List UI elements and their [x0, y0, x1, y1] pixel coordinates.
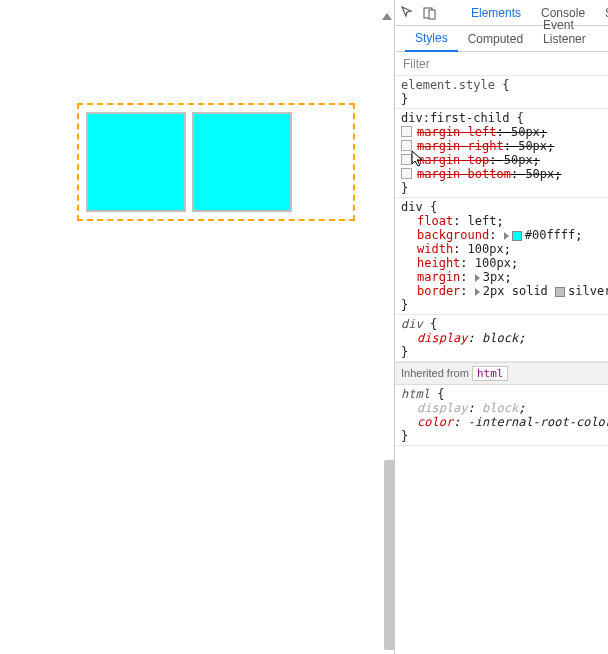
- svg-rect-1: [429, 10, 435, 19]
- decl-display-html[interactable]: display: block;: [401, 401, 604, 415]
- cyan-box-2[interactable]: [192, 112, 292, 212]
- decl-color-html[interactable]: color: -internal-root-color;: [401, 415, 604, 429]
- filter-placeholder: Filter: [403, 57, 430, 71]
- subtab-computed[interactable]: Computed: [458, 28, 533, 51]
- rule-element-style[interactable]: element.style { }: [395, 76, 608, 109]
- decl-background[interactable]: background: #00ffff;: [401, 228, 604, 242]
- rule-div-first-child[interactable]: div:first-child { margin-left: 50px; mar…: [395, 109, 608, 198]
- cyan-box-1[interactable]: [86, 112, 186, 212]
- highlighted-container[interactable]: [77, 103, 355, 221]
- styles-pane[interactable]: element.style { } div:first-child { marg…: [395, 76, 608, 654]
- selector-text: div: [401, 317, 423, 331]
- rule-html-ua[interactable]: html { display: block; color: -internal-…: [395, 385, 608, 446]
- rule-div-ua[interactable]: div { display: block; }: [395, 315, 608, 362]
- expand-icon[interactable]: [475, 288, 480, 296]
- scroll-up-indicator: [382, 13, 392, 20]
- expand-icon[interactable]: [475, 274, 480, 282]
- devtools-panel: Elements Console Sou Styles Computed Eve…: [395, 0, 608, 654]
- inspect-icon[interactable]: [401, 5, 415, 21]
- decl-margin-left[interactable]: margin-left: 50px;: [401, 125, 604, 139]
- page-viewport: [0, 0, 395, 654]
- selector-text: div: [401, 200, 423, 214]
- rule-div[interactable]: div { float: left; background: #00ffff; …: [395, 198, 608, 315]
- decl-margin[interactable]: margin: 3px;: [401, 270, 604, 284]
- decl-margin-right[interactable]: margin-right: 50px;: [401, 139, 604, 153]
- styles-filter[interactable]: Filter: [395, 52, 608, 76]
- selector-text: element.style: [401, 78, 495, 92]
- color-swatch-icon[interactable]: [512, 231, 522, 241]
- device-toggle-icon[interactable]: [423, 5, 437, 21]
- tab-elements[interactable]: Elements: [471, 6, 521, 20]
- subtab-styles[interactable]: Styles: [405, 27, 458, 52]
- expand-icon[interactable]: [504, 232, 509, 240]
- decl-float[interactable]: float: left;: [401, 214, 604, 228]
- decl-width[interactable]: width: 100px;: [401, 242, 604, 256]
- inherited-label: Inherited from: [401, 367, 469, 379]
- selector-text: div:first-child: [401, 111, 509, 125]
- color-swatch-icon[interactable]: [555, 287, 565, 297]
- inherited-bar: Inherited from html: [395, 362, 608, 385]
- decl-border[interactable]: border: 2px solid silver;: [401, 284, 604, 298]
- decl-display[interactable]: display: block;: [401, 331, 604, 345]
- decl-height[interactable]: height: 100px;: [401, 256, 604, 270]
- selector-text: html: [401, 387, 430, 401]
- scrollbar-thumb[interactable]: [384, 460, 395, 650]
- toggle-checkbox[interactable]: [401, 140, 412, 151]
- toggle-checkbox[interactable]: [401, 126, 412, 137]
- subtab-event-listeners[interactable]: Event Listener: [533, 14, 608, 51]
- toggle-checkbox[interactable]: [401, 154, 412, 165]
- decl-margin-bottom[interactable]: margin-bottom: 50px;: [401, 167, 604, 181]
- devtools-sub-tabs: Styles Computed Event Listener: [395, 26, 608, 52]
- inherited-tag[interactable]: html: [472, 366, 509, 381]
- toggle-checkbox[interactable]: [401, 168, 412, 179]
- decl-margin-top[interactable]: margin-top: 50px;: [401, 153, 604, 167]
